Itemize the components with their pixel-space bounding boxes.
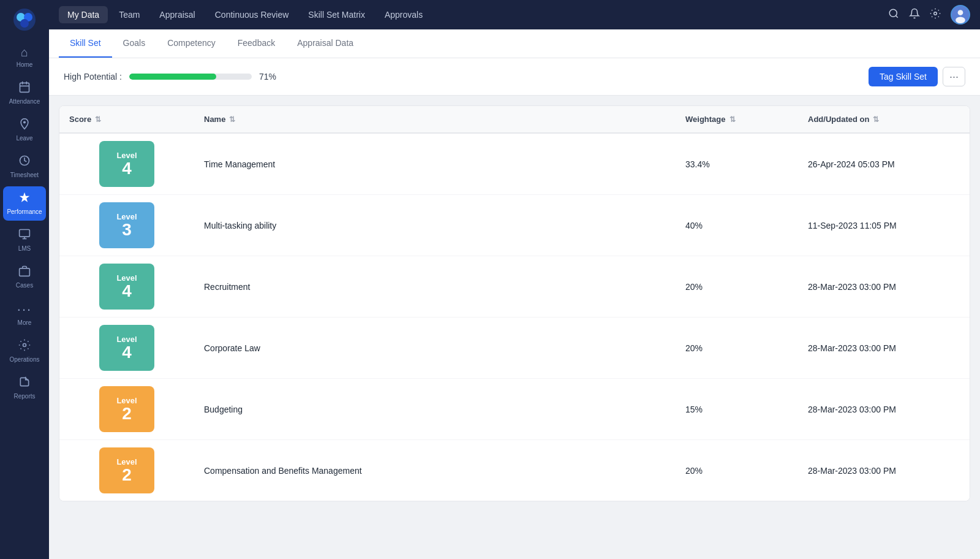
topnav-actions bbox=[888, 5, 970, 25]
topnav-appraisal[interactable]: Appraisal bbox=[151, 6, 203, 23]
level-badge: Level 3 bbox=[99, 202, 154, 248]
skill-name: Time Management bbox=[194, 150, 676, 179]
sidebar-item-label: More bbox=[18, 319, 32, 327]
svg-rect-13 bbox=[20, 268, 30, 276]
sidebar-item-cases[interactable]: Cases bbox=[3, 260, 46, 294]
name-sort-icon: ⇅ bbox=[229, 115, 235, 124]
table-row[interactable]: Level 4 Corporate Law 20% 28-Mar-2023 03… bbox=[59, 318, 970, 379]
svg-rect-10 bbox=[20, 230, 30, 237]
svg-point-3 bbox=[20, 19, 29, 28]
skill-date: 28-Mar-2023 03:00 PM bbox=[798, 333, 970, 363]
skill-date: 26-Apr-2024 05:03 PM bbox=[798, 150, 970, 179]
level-number: 3 bbox=[122, 221, 132, 238]
skill-weightage: 33.4% bbox=[676, 150, 798, 179]
topnav-approvals[interactable]: Approvals bbox=[376, 6, 431, 23]
skill-table-container: Score ⇅ Name ⇅ Weightage ⇅ Add/Updated o… bbox=[49, 96, 980, 511]
skill-date: 28-Mar-2023 03:00 PM bbox=[798, 272, 970, 302]
level-badge: Level 2 bbox=[99, 447, 154, 493]
sidebar-item-operations[interactable]: Operations bbox=[3, 334, 46, 368]
skill-name: Recruitment bbox=[194, 272, 676, 302]
tab-goals[interactable]: Goals bbox=[112, 29, 157, 58]
skill-weightage: 20% bbox=[676, 272, 798, 302]
table-row[interactable]: Level 2 Compensation and Benefits Manage… bbox=[59, 440, 970, 501]
level-number: 2 bbox=[122, 405, 132, 422]
home-icon: ⌂ bbox=[21, 45, 28, 59]
sidebar-item-reports[interactable]: Reports bbox=[3, 371, 46, 405]
user-avatar[interactable] bbox=[951, 5, 970, 25]
more-options-button[interactable]: ··· bbox=[943, 67, 965, 86]
sidebar-item-timesheet[interactable]: Timesheet bbox=[3, 150, 46, 184]
sidebar-item-label: Home bbox=[17, 61, 33, 69]
page-content: Skill Set Goals Competency Feedback Appr… bbox=[49, 29, 980, 559]
svg-point-8 bbox=[23, 121, 26, 123]
potential-percentage: 71% bbox=[259, 72, 276, 82]
sidebar-item-label: Leave bbox=[16, 135, 32, 142]
sidebar-item-label: LMS bbox=[18, 245, 31, 253]
table-header: Score ⇅ Name ⇅ Weightage ⇅ Add/Updated o… bbox=[59, 106, 970, 134]
potential-label: High Potential : bbox=[64, 72, 122, 82]
tab-feedback[interactable]: Feedback bbox=[227, 29, 286, 58]
table-row[interactable]: Level 2 Budgeting 15% 28-Mar-2023 03:00 … bbox=[59, 379, 970, 440]
settings-icon[interactable] bbox=[930, 8, 941, 22]
th-weightage[interactable]: Weightage ⇅ bbox=[676, 106, 798, 132]
weightage-header-label: Weightage bbox=[685, 115, 726, 124]
table-row[interactable]: Level 4 Time Management 33.4% 26-Apr-202… bbox=[59, 134, 970, 195]
app-logo[interactable] bbox=[11, 6, 38, 33]
score-cell: Level 4 bbox=[59, 134, 194, 194]
sidebar-item-more[interactable]: ··· More bbox=[3, 297, 46, 332]
cases-icon bbox=[18, 265, 31, 280]
sidebar: ⌂ Home Attendance Leave Timesheet Perfor… bbox=[0, 0, 49, 559]
sub-tabs: Skill Set Goals Competency Feedback Appr… bbox=[49, 29, 980, 58]
top-navigation: My Data Team Appraisal Continuous Review… bbox=[49, 0, 980, 29]
tab-skill-set[interactable]: Skill Set bbox=[59, 29, 112, 58]
sidebar-item-label: Timesheet bbox=[10, 172, 39, 179]
level-number: 4 bbox=[122, 283, 132, 300]
name-header-label: Name bbox=[204, 115, 225, 124]
svg-point-20 bbox=[956, 17, 965, 24]
score-cell: Level 4 bbox=[59, 256, 194, 317]
th-add-updated[interactable]: Add/Updated on ⇅ bbox=[798, 106, 970, 132]
skill-weightage: 20% bbox=[676, 333, 798, 363]
tab-appraisal-data[interactable]: Appraisal Data bbox=[286, 29, 364, 58]
search-icon[interactable] bbox=[888, 8, 899, 22]
tab-competency[interactable]: Competency bbox=[156, 29, 227, 58]
svg-point-19 bbox=[958, 10, 963, 15]
high-potential-bar: High Potential : 71% Tag Skill Set ··· bbox=[49, 58, 980, 96]
topnav-skill-set-matrix[interactable]: Skill Set Matrix bbox=[300, 6, 374, 23]
progress-fill bbox=[129, 74, 216, 80]
potential-actions: Tag Skill Set ··· bbox=[869, 67, 965, 86]
reports-icon bbox=[18, 376, 31, 391]
skill-table: Score ⇅ Name ⇅ Weightage ⇅ Add/Updated o… bbox=[59, 105, 970, 501]
more-icon: ··· bbox=[17, 302, 32, 318]
notification-icon[interactable] bbox=[909, 8, 920, 22]
leave-icon bbox=[18, 118, 31, 133]
sidebar-item-lms[interactable]: LMS bbox=[3, 223, 46, 257]
tag-skill-set-button[interactable]: Tag Skill Set bbox=[869, 67, 938, 86]
table-row[interactable]: Level 4 Recruitment 20% 28-Mar-2023 03:0… bbox=[59, 256, 970, 318]
topnav-team[interactable]: Team bbox=[110, 6, 148, 23]
score-cell: Level 4 bbox=[59, 318, 194, 378]
sidebar-item-leave[interactable]: Leave bbox=[3, 113, 46, 147]
date-header-label: Add/Updated on bbox=[808, 115, 869, 124]
svg-rect-4 bbox=[20, 83, 29, 92]
th-score[interactable]: Score ⇅ bbox=[59, 106, 194, 132]
topnav-my-data[interactable]: My Data bbox=[59, 6, 108, 23]
score-cell: Level 2 bbox=[59, 379, 194, 439]
sidebar-item-label: Cases bbox=[16, 282, 33, 289]
sidebar-item-home[interactable]: ⌂ Home bbox=[3, 40, 46, 74]
skill-date: 28-Mar-2023 03:00 PM bbox=[798, 456, 970, 485]
svg-line-16 bbox=[895, 15, 897, 17]
topnav-continuous-review[interactable]: Continuous Review bbox=[206, 6, 298, 23]
score-header-label: Score bbox=[69, 115, 91, 124]
skill-date: 28-Mar-2023 03:00 PM bbox=[798, 395, 970, 424]
skill-weightage: 20% bbox=[676, 456, 798, 485]
level-number: 4 bbox=[122, 160, 132, 177]
score-sort-icon: ⇅ bbox=[95, 115, 101, 124]
sidebar-item-attendance[interactable]: Attendance bbox=[3, 76, 46, 110]
table-row[interactable]: Level 3 Multi-tasking ability 40% 11-Sep… bbox=[59, 195, 970, 256]
weightage-sort-icon: ⇅ bbox=[729, 115, 736, 124]
th-name[interactable]: Name ⇅ bbox=[194, 106, 676, 132]
progress-track bbox=[129, 74, 252, 80]
operations-icon bbox=[18, 339, 31, 354]
sidebar-item-performance[interactable]: Performance bbox=[3, 186, 46, 221]
